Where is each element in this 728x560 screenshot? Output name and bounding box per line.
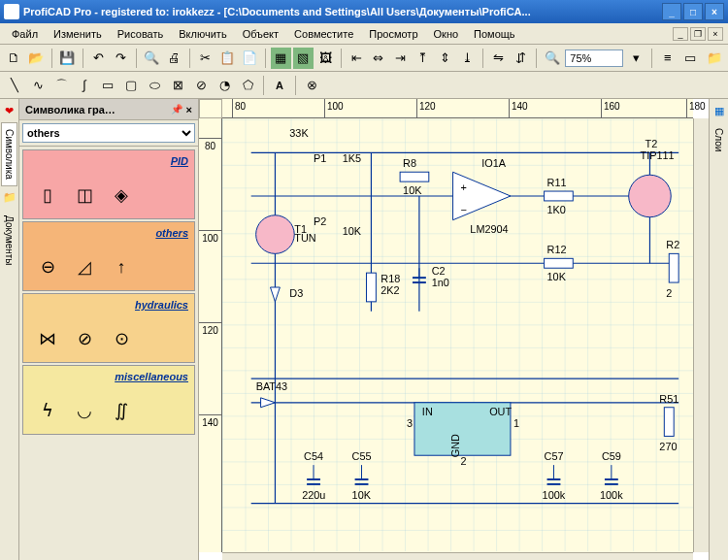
category-select[interactable]: others [22, 123, 195, 143]
svg-rect-22 [400, 172, 429, 181]
layers-icon[interactable]: ▦ [711, 103, 727, 118]
rect-tool[interactable]: ▭ [97, 75, 118, 96]
svg-text:220u: 220u [302, 489, 325, 501]
svg-text:10K: 10K [343, 225, 362, 237]
canvas-button[interactable]: ▭ [679, 48, 700, 69]
align-top-button[interactable]: ⤒ [413, 48, 433, 69]
redo-button[interactable]: ↷ [111, 48, 131, 69]
sidebar-close-button[interactable]: × [186, 104, 192, 115]
category-label: hydraulics [23, 294, 194, 315]
flip-v-button[interactable]: ⇵ [511, 48, 531, 69]
scrollbar-horizontal[interactable] [222, 552, 693, 560]
menu-edit[interactable]: Изменить [46, 26, 110, 42]
align-bottom-button[interactable]: ⤓ [457, 48, 478, 69]
symbol-icon[interactable]: ◈ [107, 181, 136, 210]
symbol-icon[interactable]: ↑ [107, 252, 136, 281]
svg-text:C2: C2 [432, 265, 446, 277]
menu-draw[interactable]: Рисовать [110, 26, 172, 42]
crossed-tool[interactable]: ⊠ [167, 75, 188, 96]
close-button[interactable]: × [705, 3, 724, 20]
circle-slash-tool[interactable]: ⊘ [190, 75, 212, 96]
mdi-restore-button[interactable]: ❐ [690, 27, 706, 41]
svg-text:2: 2 [460, 455, 466, 467]
copy-button[interactable]: 📋 [217, 48, 238, 69]
save-button[interactable]: 💾 [57, 48, 78, 69]
undo-button[interactable]: ↶ [88, 48, 109, 69]
folder-icon[interactable]: 📁 [2, 190, 17, 206]
align-center-button[interactable]: ⇔ [369, 48, 389, 69]
menu-insert[interactable]: Включить [171, 26, 234, 42]
category-hydraulics[interactable]: hydraulics ⋈ ⊘ ⊙ [22, 293, 195, 363]
minimize-button[interactable]: _ [662, 3, 681, 20]
drawing-canvas[interactable]: T1 TUN T2 TIP111 + − IO1A LM2904 R8 10K … [222, 118, 693, 552]
polygon-tool[interactable]: ⬠ [237, 75, 258, 96]
category-label: miscellaneous [23, 366, 194, 387]
ruler-vertical[interactable]: 80100120140 [199, 118, 222, 552]
menu-window[interactable]: Окно [426, 26, 467, 42]
print-button[interactable]: 🖨 [164, 48, 184, 69]
symbol-icon[interactable]: ⊖ [33, 252, 62, 281]
layers-button[interactable]: ≡ [657, 48, 678, 69]
svg-rect-25 [545, 191, 574, 201]
line-tool[interactable]: ╲ [4, 75, 25, 96]
ruler-horizontal[interactable]: 80100120140160180 [222, 99, 693, 118]
mdi-minimize-button[interactable]: _ [673, 27, 688, 41]
category-others[interactable]: others ⊖ ◿ ↑ [22, 221, 195, 291]
menu-help[interactable]: Помощь [466, 26, 523, 42]
open-button[interactable]: 📂 [26, 48, 47, 69]
print-preview-button[interactable]: 🔍 [142, 48, 162, 69]
symbol-icon[interactable]: ⋈ [33, 324, 62, 353]
menu-align[interactable]: Совместите [286, 26, 361, 42]
heart-icon[interactable]: ❤ [2, 103, 17, 118]
menu-object[interactable]: Объект [235, 26, 286, 42]
image-button[interactable]: 🖼 [315, 48, 336, 69]
cut-button[interactable]: ✂ [195, 48, 215, 69]
scrollbar-vertical[interactable] [693, 118, 709, 552]
menu-view[interactable]: Просмотр [361, 26, 425, 42]
symbol-icon[interactable]: ⊙ [107, 324, 136, 353]
symbol-icon[interactable]: ∬ [107, 396, 136, 425]
flip-h-button[interactable]: ⇋ [488, 48, 509, 69]
paste-button[interactable]: 📄 [240, 48, 260, 69]
symbol-icon[interactable]: ◡ [70, 396, 99, 425]
canvas-area: 80100120140160180 80100120140 [199, 99, 709, 560]
tab-symbols[interactable]: Символика [1, 122, 17, 186]
category-label: others [23, 222, 194, 244]
category-label: PID [23, 150, 194, 172]
new-button[interactable]: 🗋 [4, 48, 24, 69]
junction-tool[interactable]: ⊗ [301, 75, 322, 96]
roundrect-tool[interactable]: ▢ [120, 75, 142, 96]
category-misc[interactable]: miscellaneous ϟ ◡ ∬ [22, 365, 195, 435]
symbol-icon[interactable]: ◫ [70, 181, 99, 210]
curve-tool[interactable]: ∫ [74, 75, 95, 96]
symbol-icon[interactable]: ⊘ [70, 324, 99, 353]
tab-documents[interactable]: Документы [2, 210, 17, 272]
symbol1-button[interactable]: ▦ [271, 48, 291, 69]
mdi-close-button[interactable]: × [708, 27, 723, 41]
arc-tool[interactable]: ⌒ [50, 75, 72, 96]
zoom-icon[interactable]: 🔍 [542, 48, 563, 69]
align-right-button[interactable]: ⇥ [390, 48, 411, 69]
align-left-button[interactable]: ⇤ [347, 48, 367, 69]
zoom-input[interactable] [565, 49, 623, 67]
align-middle-button[interactable]: ⇕ [435, 48, 455, 69]
svg-text:P1: P1 [314, 152, 326, 164]
symbol-icon[interactable]: ϟ [33, 396, 62, 425]
symbol-icon[interactable]: ▯ [33, 181, 62, 210]
svg-text:T2: T2 [645, 138, 658, 149]
category-pid[interactable]: PID ▯ ◫ ◈ [22, 149, 195, 219]
svg-rect-34 [366, 273, 376, 302]
tab-layers[interactable]: Слои [711, 122, 726, 157]
symbol-icon[interactable]: ◿ [70, 252, 99, 281]
maximize-button[interactable]: □ [683, 3, 703, 20]
pin-icon[interactable]: 📌 [171, 104, 182, 115]
zoom-dropdown-button[interactable]: ▾ [625, 48, 646, 69]
sidebar-title: Символика гра… 📌 × [19, 99, 198, 120]
symbol2-button[interactable]: ▧ [293, 48, 314, 69]
text-tool[interactable]: A [269, 75, 290, 96]
folder-button[interactable]: 📁 [704, 48, 724, 69]
ellipse-tool[interactable]: ⬭ [144, 75, 165, 96]
pie-tool[interactable]: ◔ [214, 75, 235, 96]
polyline-tool[interactable]: ∿ [27, 75, 49, 96]
menu-file[interactable]: Файл [4, 26, 46, 42]
